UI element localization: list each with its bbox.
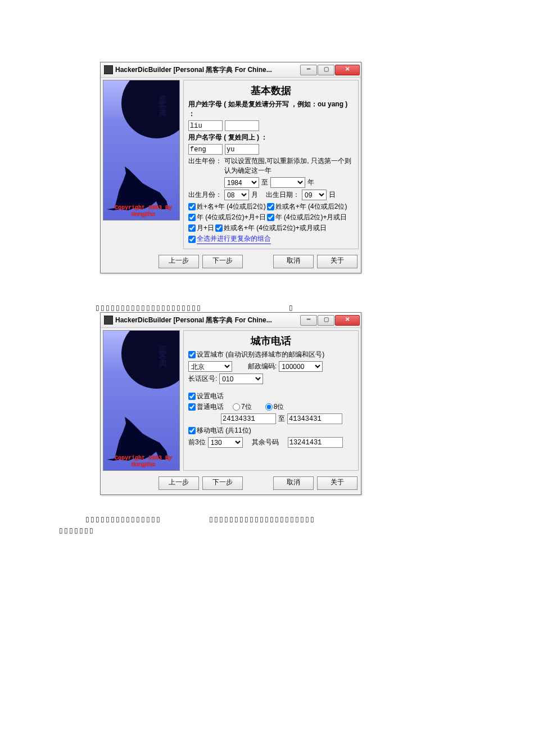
month-suffix: 月 bbox=[251, 190, 258, 200]
radio-7digit[interactable]: 7位 bbox=[233, 402, 252, 412]
checkbox-mobile-phone[interactable]: 移动电话 (共11位) bbox=[188, 426, 251, 435]
content-panel-basic: 基本数据 用户姓字母 ( 如果是复姓请分开写 ，例如：ou yang ) ： 用… bbox=[183, 80, 359, 249]
button-row: 上一步 下一步 取消 关于 bbox=[101, 473, 361, 494]
window-city-phone: HackerDicBuilder [Personal 黑客字典 For Chin… bbox=[100, 312, 361, 495]
window-title: HackerDicBuilder [Personal 黑客字典 For Chin… bbox=[115, 316, 300, 325]
copyright-text: Copyright 2003 By DongZhe bbox=[115, 205, 172, 218]
radio-8digit[interactable]: 8位 bbox=[265, 402, 284, 412]
garbled-text-2: ▯▯▯▯▯▯▯▯▯▯▯▯▯▯▯ ▯▯▯▯▯▯▯▯▯▯▯▯▯▯▯▯▯▯▯▯▯ bbox=[85, 515, 534, 523]
birth-day-label: 出生日期： bbox=[266, 190, 300, 200]
birth-year-note: 可以设置范围,可以重新添加, 只选第一个则认为确定这一年 bbox=[224, 156, 354, 176]
checkbox-combo-5[interactable]: 月+日 bbox=[188, 223, 214, 233]
day-suffix: 日 bbox=[329, 190, 336, 200]
postal-select[interactable]: 100000 bbox=[279, 361, 323, 372]
titlebar[interactable]: HackerDicBuilder [Personal 黑客字典 For Chin… bbox=[101, 313, 361, 328]
close-button[interactable]: ✕ bbox=[335, 65, 360, 75]
maximize-button[interactable]: ▢ bbox=[318, 315, 334, 326]
content-panel-city: 城市电话 设置城市 (自动识别选择城市的邮编和区号) 北京 邮政编码: 1000… bbox=[183, 330, 359, 471]
garbled-text-1: ▯▯▯▯▯▯▯▯▯▯▯▯▯▯▯▯▯▯▯▯▯ ▯ bbox=[96, 304, 534, 312]
rest-number-input[interactable] bbox=[288, 437, 343, 448]
rest-label: 其余号码 bbox=[252, 438, 279, 447]
checkbox-combo-6[interactable]: 姓或名+年 (4位或后2位)+或月或日 bbox=[215, 223, 327, 233]
panel-title: 基本数据 bbox=[188, 84, 354, 97]
to-label: 至 bbox=[261, 178, 268, 187]
about-button[interactable]: 关于 bbox=[317, 476, 357, 490]
app-icon bbox=[104, 316, 113, 325]
window-basic-data: HackerDicBuilder [Personal 黑客字典 For Chin… bbox=[100, 62, 361, 273]
postal-label: 邮政编码: bbox=[248, 362, 277, 371]
checkbox-set-phone[interactable]: 设置电话 bbox=[188, 392, 224, 401]
garbled-text-3: ▯▯▯▯▯▯▯ bbox=[59, 526, 534, 534]
panel-title: 城市电话 bbox=[188, 334, 354, 348]
button-row: 上一步 下一步 取消 关于 bbox=[101, 251, 361, 273]
surname-label: 用户姓字母 ( 如果是复姓请分开写 ，例如：ou yang ) ： bbox=[188, 100, 354, 119]
year-suffix: 年 bbox=[307, 178, 314, 187]
phone-to-input[interactable] bbox=[287, 413, 342, 424]
sidebar-vertical-text: 黑客字典 bbox=[157, 88, 168, 106]
birth-year-label: 出生年份： bbox=[188, 156, 222, 166]
birth-year-to-select[interactable] bbox=[270, 177, 305, 188]
copyright-text: Copyright 2003 By DongZhe bbox=[115, 455, 172, 469]
cancel-button[interactable]: 取消 bbox=[273, 255, 314, 268]
about-button[interactable]: 关于 bbox=[317, 255, 357, 268]
maximize-button[interactable]: ▢ bbox=[318, 65, 334, 75]
cancel-button[interactable]: 取消 bbox=[273, 476, 314, 490]
birth-day-select[interactable]: 09 bbox=[302, 190, 327, 200]
name-label: 用户名字母 ( 复姓同上 ) ： bbox=[188, 133, 354, 142]
minimize-button[interactable]: ━ bbox=[300, 315, 317, 326]
sidebar-image: 黑客字典 Copyright 2003 By DongZhe bbox=[103, 80, 180, 220]
sidebar-image: 黑客字典 Copyright 2003 By DongZhe bbox=[103, 330, 180, 471]
checkbox-combo-1[interactable]: 姓+名+年 (4位或后2位) bbox=[188, 202, 266, 212]
wolf-icon bbox=[103, 409, 171, 462]
checkbox-set-city[interactable]: 设置城市 (自动识别选择城市的邮编和区号) bbox=[188, 350, 324, 359]
next-button[interactable]: 下一步 bbox=[202, 476, 243, 490]
prev-button[interactable]: 上一步 bbox=[159, 255, 199, 268]
prefix3-label: 前3位 bbox=[188, 438, 206, 447]
titlebar[interactable]: HackerDicBuilder [Personal 黑客字典 For Chin… bbox=[101, 62, 361, 78]
birth-year-from-select[interactable]: 1984 bbox=[224, 177, 259, 188]
checkbox-combo-4[interactable]: 年 (4位或后2位)+月或日 bbox=[267, 213, 347, 222]
prefix3-select[interactable]: 130 bbox=[208, 437, 243, 448]
surname-input-1[interactable] bbox=[188, 120, 223, 131]
to-label: 至 bbox=[278, 414, 285, 424]
birth-month-label: 出生月份： bbox=[188, 190, 222, 200]
prev-button[interactable]: 上一步 bbox=[159, 476, 199, 490]
area-code-label: 长话区号: bbox=[188, 374, 217, 384]
next-button[interactable]: 下一步 bbox=[202, 255, 243, 268]
name-input-2[interactable] bbox=[225, 144, 259, 155]
close-button[interactable]: ✕ bbox=[335, 315, 360, 326]
checkbox-normal-phone[interactable]: 普通电话 bbox=[188, 402, 224, 412]
name-input-1[interactable] bbox=[188, 144, 223, 155]
app-icon bbox=[104, 65, 113, 74]
city-select[interactable]: 北京 bbox=[188, 361, 232, 372]
surname-input-2[interactable] bbox=[225, 120, 259, 131]
wolf-icon bbox=[103, 159, 171, 212]
sidebar-vertical-text: 黑客字典 bbox=[157, 339, 168, 357]
checkbox-combo-3[interactable]: 年 (4位或后2位)+月+日 bbox=[188, 213, 266, 222]
area-code-select[interactable]: 010 bbox=[219, 374, 263, 384]
phone-from-input[interactable] bbox=[221, 413, 276, 424]
birth-month-select[interactable]: 08 bbox=[224, 190, 249, 200]
minimize-button[interactable]: ━ bbox=[300, 65, 317, 75]
window-title: HackerDicBuilder [Personal 黑客字典 For Chin… bbox=[115, 65, 300, 75]
checkbox-combo-7[interactable]: 全选并进行更复杂的组合 bbox=[188, 234, 271, 244]
checkbox-combo-2[interactable]: 姓或名+年 (4位或后2位) bbox=[267, 202, 347, 212]
